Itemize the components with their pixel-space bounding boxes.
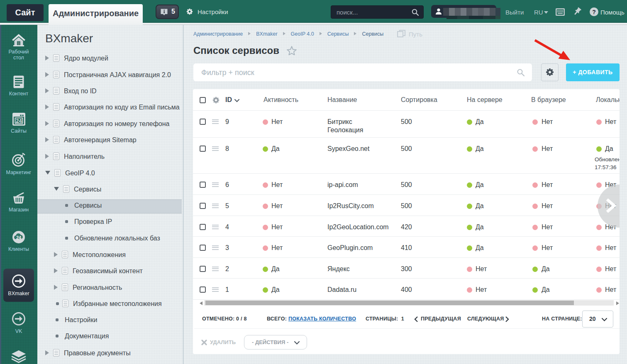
svg-text:?: ? — [592, 9, 596, 15]
svg-text:24: 24 — [16, 118, 22, 124]
svg-text:24: 24 — [16, 235, 22, 240]
